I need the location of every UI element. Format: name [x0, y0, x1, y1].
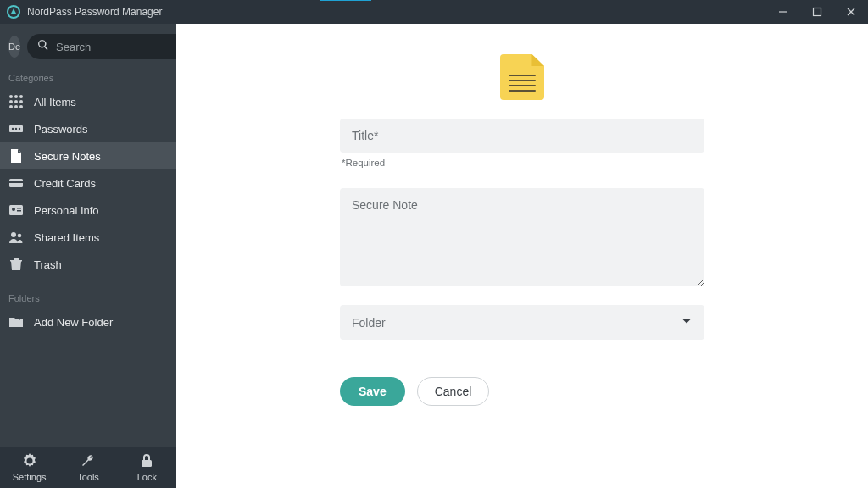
sidebar-item-credit-cards[interactable]: Credit Cards — [0, 169, 176, 197]
sidebar-item-label: Credit Cards — [34, 177, 96, 190]
svg-point-25 — [18, 234, 22, 238]
bottom-label: Tools — [77, 472, 99, 482]
wrench-icon — [81, 453, 96, 470]
svg-point-21 — [12, 208, 15, 211]
svg-point-16 — [15, 128, 17, 130]
sidebar-item-add-folder[interactable]: Add New Folder — [0, 308, 176, 336]
bottom-label: Lock — [137, 472, 157, 482]
svg-rect-27 — [10, 260, 22, 262]
title-input[interactable] — [340, 119, 704, 152]
sidebar-item-trash[interactable]: Trash — [0, 251, 176, 278]
sidebar-item-label: Passwords — [34, 123, 88, 136]
bottom-label: Settings — [13, 472, 47, 482]
svg-rect-30 — [142, 460, 152, 467]
svg-point-9 — [14, 100, 18, 103]
tools-button[interactable]: Tools — [58, 447, 117, 488]
password-icon — [8, 121, 24, 136]
person-card-icon — [8, 202, 24, 218]
svg-rect-26 — [14, 258, 19, 260]
sidebar: De Categories All Items Passwords — [0, 24, 176, 488]
chevron-down-icon — [681, 315, 693, 330]
accent-strip — [320, 0, 371, 1]
save-button[interactable]: Save — [340, 377, 405, 406]
folder-plus-icon — [8, 314, 24, 330]
svg-point-15 — [12, 128, 14, 130]
svg-point-13 — [19, 105, 23, 108]
note-icon — [8, 148, 24, 164]
svg-point-12 — [14, 105, 18, 108]
svg-point-5 — [9, 95, 13, 98]
svg-rect-29 — [17, 318, 21, 319]
svg-point-11 — [9, 105, 13, 108]
sidebar-item-label: Add New Folder — [34, 316, 113, 329]
folder-select-label: Folder — [352, 316, 386, 330]
svg-point-24 — [11, 232, 16, 237]
sidebar-item-label: Secure Notes — [34, 150, 101, 163]
svg-point-17 — [19, 128, 20, 130]
svg-rect-22 — [17, 208, 21, 209]
main-content: *Required Folder Save Cancel — [176, 24, 868, 488]
secure-note-textarea[interactable] — [340, 188, 704, 286]
svg-point-8 — [9, 100, 13, 103]
svg-point-10 — [19, 100, 23, 103]
secure-note-illustration-icon — [500, 54, 544, 100]
close-button[interactable] — [834, 0, 868, 24]
svg-rect-2 — [814, 8, 821, 16]
sidebar-item-label: Personal Info — [34, 204, 99, 217]
sidebar-item-passwords[interactable]: Passwords — [0, 115, 176, 142]
sidebar-item-secure-notes[interactable]: Secure Notes — [0, 142, 176, 169]
folders-nav: Add New Folder — [0, 308, 176, 336]
search-icon — [37, 39, 56, 54]
sidebar-item-personal-info[interactable]: Personal Info — [0, 197, 176, 224]
grid-icon — [8, 94, 24, 109]
window-title: NordPass Password Manager — [27, 6, 162, 18]
sidebar-item-label: Shared Items — [34, 231, 99, 244]
minimize-button[interactable] — [766, 0, 800, 24]
title-bar: NordPass Password Manager — [0, 0, 868, 24]
secure-note-form: *Required Folder Save Cancel — [340, 119, 704, 406]
svg-point-7 — [19, 95, 23, 98]
bottom-bar: Settings Tools Lock — [0, 447, 176, 488]
folders-label: Folders — [0, 290, 176, 308]
svg-rect-19 — [9, 181, 23, 183]
lock-icon — [139, 453, 154, 470]
settings-button[interactable]: Settings — [0, 447, 58, 488]
categories-nav: All Items Passwords Secure Notes Credit … — [0, 88, 176, 278]
gear-icon — [22, 453, 37, 470]
app-logo-icon — [7, 5, 20, 19]
svg-point-6 — [14, 95, 18, 98]
cancel-button[interactable]: Cancel — [417, 377, 490, 406]
sidebar-item-label: All Items — [34, 96, 76, 108]
categories-label: Categories — [0, 69, 176, 88]
avatar[interactable]: De — [8, 36, 20, 58]
maximize-button[interactable] — [800, 0, 834, 24]
trash-icon — [8, 257, 24, 272]
sidebar-item-shared-items[interactable]: Shared Items — [0, 224, 176, 251]
required-hint: *Required — [342, 158, 703, 168]
sidebar-item-all-items[interactable]: All Items — [0, 88, 176, 115]
lock-button[interactable]: Lock — [118, 447, 176, 488]
card-icon — [8, 175, 24, 191]
people-icon — [8, 230, 24, 245]
sidebar-item-label: Trash — [34, 258, 62, 271]
window-controls — [766, 0, 868, 24]
svg-rect-23 — [17, 210, 21, 212]
folder-select[interactable]: Folder — [340, 305, 704, 340]
